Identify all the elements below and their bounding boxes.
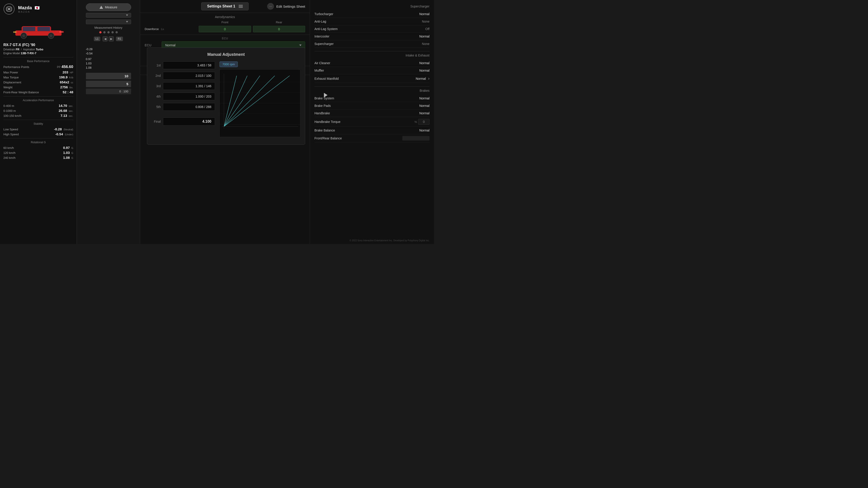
- intake-item-2[interactable]: Exhaust Manifold Normal ›: [314, 74, 430, 83]
- brake-item-label-2: Handbrake: [314, 111, 330, 115]
- gear-row-1: 1st 3.483 / 58: [152, 61, 215, 69]
- aero-front-value[interactable]: 0: [199, 26, 251, 32]
- stat-high-speed: High Speed -0.54 (Under): [3, 132, 73, 136]
- balance-bar-5[interactable]: [402, 136, 430, 140]
- supercharger-item-1[interactable]: Anti-Lag None: [314, 18, 430, 25]
- nav-arrow-left[interactable]: ◀: [103, 36, 107, 41]
- super-item-label-0: Turbocharger: [314, 12, 333, 16]
- zero-1000-value-area: 26.68 sec.: [59, 109, 73, 112]
- two-forty-label: 240 km/h: [3, 156, 16, 160]
- max-torque-value-area: 198.9 ft-lb: [59, 75, 73, 79]
- sixty-value-area: 0.97 G: [63, 146, 73, 150]
- brake-item-0[interactable]: Brake System Normal: [314, 95, 430, 102]
- brake-item-5[interactable]: Front/Rear Balance: [314, 134, 430, 142]
- stat-0-1000: 0-1000 m 26.68 sec.: [3, 109, 73, 112]
- torque-input-3[interactable]: 0: [418, 119, 430, 125]
- intake-item-0[interactable]: Air Cleaner Normal: [314, 59, 430, 67]
- stat-max-torque: Max Torque 198.9 ft-lb: [3, 75, 73, 79]
- dot-5: [116, 31, 118, 33]
- sixty-number: 0.97: [63, 146, 70, 150]
- intake-item-1[interactable]: Muffler Normal: [314, 67, 430, 74]
- brake-item-2[interactable]: Handbrake Normal: [314, 109, 430, 117]
- nav-controls: L1 ◀ ▶ R1: [94, 36, 123, 41]
- stat-0-400: 0-400 m 14.70 sec.: [3, 104, 73, 107]
- car-engine-value: 13B-T-RX-7: [21, 52, 36, 55]
- supercharger-item-4[interactable]: Supercharger None: [314, 40, 430, 48]
- gear-value-box-5[interactable]: 0.806 / 288: [163, 103, 215, 111]
- weight-label: Weight: [3, 86, 12, 89]
- hamburger-icon: [239, 5, 243, 8]
- max-power-value-area: 203 HP: [63, 70, 73, 74]
- supercharger-section-title: Supercharger: [314, 4, 430, 8]
- car-name: RX-7 GT-X (FC) '90: [3, 43, 73, 47]
- aero-lv-label: Lv.: [161, 28, 164, 31]
- gear-value-box-4[interactable]: 1.000 / 203: [163, 93, 215, 100]
- stat-weight: Weight 2756 lbs.: [3, 85, 73, 89]
- speed-val-10: 10: [125, 74, 128, 78]
- weight-number: 2756: [60, 85, 68, 89]
- brakes-section: Brakes Brake System Normal Brake Pads No…: [314, 86, 430, 142]
- gear-label-1: 1st: [152, 64, 161, 67]
- super-item-value-0: Normal: [402, 12, 430, 16]
- brake-item-label-5: Front/Rear Balance: [314, 136, 342, 140]
- aerodynamics-section: Aerodynamics Front Rear Downforce Lv. 0 …: [140, 13, 310, 35]
- edit-settings-button[interactable]: ··· Edit Settings Sheet: [267, 3, 305, 10]
- low-speed-label: Low Speed: [3, 128, 18, 131]
- intake-item-label-0: Air Cleaner: [314, 61, 330, 65]
- supercharger-item-3[interactable]: Intercooler Normal: [314, 33, 430, 40]
- base-performance-title: Base Performance: [3, 60, 73, 63]
- zero-400-label: 0-400 m: [3, 104, 14, 107]
- gear-label-3: 3rd: [152, 84, 161, 88]
- brake-item-4[interactable]: Brake Balance Normal: [314, 127, 430, 134]
- brake-item-3[interactable]: Handbrake Torque % 0: [314, 117, 430, 127]
- left-panel: Mazda 🇯🇵 mazda RX-7 GT-X (FC) '90 Drivet…: [0, 0, 77, 244]
- torque-input-area: % 0: [414, 119, 430, 125]
- gear-label-5: 5th: [152, 105, 161, 109]
- dropdown-2[interactable]: [86, 20, 131, 24]
- dropdown-1[interactable]: [86, 13, 131, 18]
- chart-area: 7000 rpm: [219, 61, 301, 138]
- brake-item-value-1: Normal: [402, 104, 430, 107]
- zero-400-value-area: 14.70 sec.: [59, 104, 73, 107]
- high-speed-number: -0.54: [55, 132, 63, 136]
- brake-item-value-0: Normal: [402, 96, 430, 100]
- l1-badge: L1: [94, 37, 100, 41]
- measure-button[interactable]: Measure: [86, 3, 131, 11]
- acceleration-title: Acceleration Performance: [3, 99, 73, 102]
- gear-row-5: 5th 0.806 / 288: [152, 103, 215, 111]
- one-twenty-number: 1.03: [63, 151, 70, 155]
- rpm-badge: 7000 rpm: [219, 61, 238, 67]
- super-item-label-2: Anti-Lag System: [314, 27, 338, 31]
- supercharger-item-2[interactable]: Anti-Lag System Off: [314, 25, 430, 33]
- car-image-area: [3, 17, 73, 42]
- max-power-number: 203: [63, 70, 68, 74]
- measurement-dots: [99, 31, 118, 33]
- svg-rect-7: [37, 27, 50, 31]
- brakes-section-title: Brakes: [314, 89, 430, 92]
- gear-row-4: 4th 1.000 / 203: [152, 93, 215, 100]
- divider-brakes: [314, 86, 430, 87]
- super-item-value-2: Off: [402, 27, 430, 31]
- car-engine-line: Engine Model 13B-T-RX-7: [3, 52, 73, 55]
- gear-value-box-2[interactable]: 2.015 / 100: [163, 72, 215, 79]
- middle-values-area: -0.28 -0.54 0.97 1.03 1.08 10 5 0 : 100: [86, 46, 131, 94]
- zero-1000-number: 26.68: [59, 109, 67, 112]
- gear-value-box-3[interactable]: 1.391 / 146: [163, 82, 215, 90]
- brake-item-1[interactable]: Brake Pads Normal: [314, 102, 430, 109]
- supercharger-item-0[interactable]: Turbocharger Normal: [314, 10, 430, 18]
- aero-rear-value[interactable]: 0: [253, 26, 305, 32]
- aero-downforce-row: Downforce Lv.: [145, 27, 197, 31]
- pp-prefix: PP: [57, 66, 61, 69]
- speed-box-5: 5: [86, 80, 131, 87]
- intake-item-value-0: Normal: [402, 61, 430, 65]
- weight-balance-label: Front-Rear Weight Balance: [3, 91, 39, 94]
- displacement-label: Displacement: [3, 80, 21, 84]
- gear-value-box-1[interactable]: 3.483 / 58: [163, 61, 215, 69]
- brake-item-label-1: Brake Pads: [314, 104, 331, 107]
- final-value-box[interactable]: 4.100: [163, 118, 215, 126]
- edit-settings-label: Edit Settings Sheet: [276, 4, 305, 8]
- settings-sheet-button[interactable]: Settings Sheet 1: [201, 2, 248, 10]
- top-bar: Settings Sheet 1 ··· Edit Settings Sheet: [140, 0, 310, 13]
- nav-arrow-right[interactable]: ▶: [109, 36, 114, 41]
- r1-badge: R1: [116, 37, 123, 41]
